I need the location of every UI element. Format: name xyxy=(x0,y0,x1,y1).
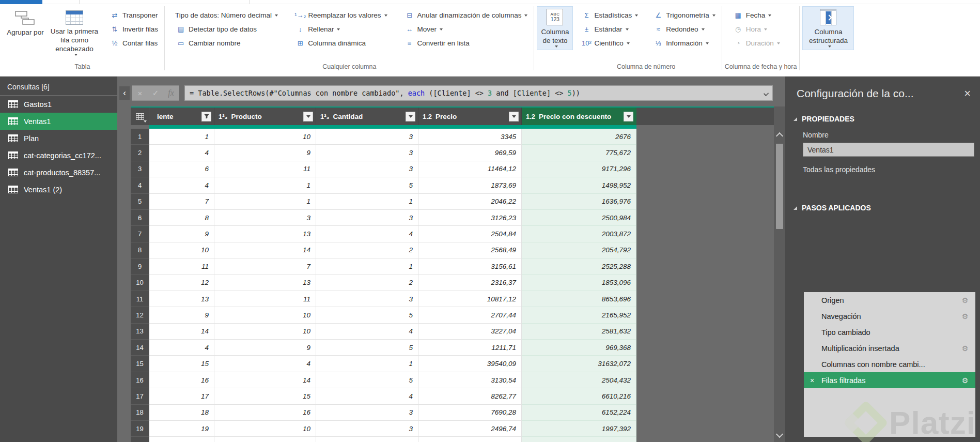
gear-icon[interactable]: ⚙ xyxy=(960,312,970,321)
cell-precio[interactable]: 1211,71 xyxy=(418,340,522,356)
cell-cantidad[interactable]: 2 xyxy=(316,275,418,291)
cell-producto[interactable]: 10 xyxy=(214,324,316,340)
cell-cliente[interactable]: 19 xyxy=(149,421,214,437)
reemplazar-valores-button[interactable]: ¹→₂ Reemplazar los valores xyxy=(291,8,391,22)
cell-producto[interactable]: 3 xyxy=(214,210,316,226)
columna-dinamica-button[interactable]: ⊞ Columna dinámica xyxy=(291,36,391,50)
cell-cliente[interactable]: 9 xyxy=(149,226,214,242)
cell-precio-descuento[interactable]: 2054,792 xyxy=(522,242,636,258)
applied-step-item[interactable]: × Navegación ⚙ xyxy=(804,308,975,324)
cell-precio-descuento[interactable]: 1997,392 xyxy=(522,421,636,437)
cell-cantidad[interactable]: 5 xyxy=(316,177,418,193)
cell-cliente[interactable]: 4 xyxy=(149,145,214,161)
query-list-item[interactable]: Plan xyxy=(0,130,117,147)
column-header[interactable]: 1²₃ Cantidad xyxy=(316,108,418,125)
row-number[interactable]: 19 xyxy=(131,421,149,437)
cell-precio[interactable]: 2046,22 xyxy=(418,194,522,210)
cell-producto[interactable]: 1 xyxy=(214,194,316,210)
cell-precio[interactable]: 3345 xyxy=(418,129,522,145)
cell-producto[interactable]: 11 xyxy=(214,291,316,307)
row-number[interactable]: 16 xyxy=(131,372,149,388)
column-header[interactable]: 1.2 Precio xyxy=(418,108,522,125)
invertir-filas-button[interactable]: ⇅ Invertir filas xyxy=(105,22,162,36)
formula-input[interactable]: = Table.SelectRows(#"Columnas con nombre… xyxy=(184,85,773,101)
cell-cliente[interactable]: 18 xyxy=(149,405,214,421)
cell-precio-descuento[interactable]: 8653,696 xyxy=(522,291,636,307)
cell-producto[interactable]: 10 xyxy=(214,129,316,145)
cell-cantidad[interactable]: 1 xyxy=(316,194,418,210)
cell-cliente[interactable]: 10 xyxy=(149,242,214,258)
cell-precio[interactable]: 2316,37 xyxy=(418,275,522,291)
cell-producto[interactable]: 10 xyxy=(214,421,316,437)
cell-cantidad[interactable]: 4 xyxy=(316,388,418,404)
fecha-button[interactable]: ▦ Fecha xyxy=(729,8,784,22)
informacion-button[interactable]: ⅓ Información xyxy=(649,36,719,50)
cell-precio[interactable]: 969,59 xyxy=(418,145,522,161)
applied-step-item[interactable]: × Origen ⚙ xyxy=(804,292,975,308)
cancel-formula-button[interactable]: × xyxy=(132,86,148,100)
row-number[interactable]: 7 xyxy=(131,226,149,242)
column-header[interactable]: iente xyxy=(149,108,214,125)
applied-steps-section-header[interactable]: PASOS APLICADOS xyxy=(794,204,974,212)
cell-cliente[interactable]: 7 xyxy=(149,194,214,210)
cell-cliente[interactable]: 4 xyxy=(149,177,214,193)
cell-cliente[interactable]: 9 xyxy=(149,307,214,323)
cell-cliente[interactable]: 13 xyxy=(149,291,214,307)
cell-cliente[interactable]: 12 xyxy=(149,275,214,291)
cell-cantidad[interactable]: 3 xyxy=(316,129,418,145)
cell-precio[interactable]: 3227,04 xyxy=(418,324,522,340)
cell-cantidad[interactable]: 5 xyxy=(316,307,418,323)
cell-precio-descuento[interactable]: 2500,984 xyxy=(522,210,636,226)
cell-precio-descuento[interactable]: 2165,952 xyxy=(522,307,636,323)
row-number[interactable]: 8 xyxy=(131,242,149,258)
redondeo-button[interactable]: ≈ Redondeo xyxy=(649,22,719,36)
cell-precio-descuento[interactable]: 2525,288 xyxy=(522,258,636,275)
anular-dinamizacion-button[interactable]: ⊟ Anular dinamización de columnas xyxy=(400,8,532,22)
mover-button[interactable]: ↔ Mover xyxy=(400,22,532,36)
cell-producto[interactable]: 9 xyxy=(214,340,316,356)
cell-precio-descuento[interactable]: 2676 xyxy=(522,129,636,145)
column-header[interactable]: 1²₃ Producto xyxy=(214,108,316,125)
hora-button[interactable]: ◷ Hora xyxy=(729,22,784,36)
row-number[interactable]: 5 xyxy=(131,194,149,210)
all-properties-link[interactable]: Todas las propiedades xyxy=(803,165,974,174)
cell-cantidad[interactable]: 3 xyxy=(316,145,418,161)
cell-cliente[interactable]: 17 xyxy=(149,388,214,404)
row-number[interactable]: 18 xyxy=(131,405,149,421)
gear-icon[interactable]: ⚙ xyxy=(960,376,970,385)
cell-precio-descuento[interactable]: 775,672 xyxy=(522,145,636,161)
cell-precio-descuento[interactable]: 969,368 xyxy=(522,340,636,356)
applied-step-item[interactable]: × Filas filtradas ⚙ xyxy=(804,372,975,388)
column-filter-dropdown-button[interactable] xyxy=(201,112,211,121)
cell-cantidad[interactable]: 4 xyxy=(316,324,418,340)
cell-cantidad[interactable]: 3 xyxy=(316,291,418,307)
column-header[interactable]: 1.2 Precio con descuento xyxy=(522,108,636,125)
cell-producto[interactable]: 11 xyxy=(214,161,316,177)
contar-filas-button[interactable]: ½ Contar filas xyxy=(105,36,162,50)
tipo-de-datos-button[interactable]: Tipo de datos: Número decimal xyxy=(172,8,282,22)
column-filter-dropdown-button[interactable] xyxy=(624,112,633,121)
query-list-item[interactable]: Gastos1 xyxy=(0,96,117,113)
cell-cliente[interactable]: 11 xyxy=(149,258,214,275)
cell-precio[interactable]: 2568,49 xyxy=(418,242,522,258)
cell-producto[interactable]: 15 xyxy=(214,388,316,404)
scrollbar-thumb[interactable] xyxy=(776,144,783,229)
row-number[interactable]: 14 xyxy=(131,340,149,356)
detectar-tipo-button[interactable]: ▤ Detectar tipo de datos xyxy=(172,22,282,36)
cell-cliente[interactable]: 16 xyxy=(149,372,214,388)
scroll-up-icon[interactable] xyxy=(776,132,783,140)
cell-precio[interactable]: 39540,09 xyxy=(418,356,522,372)
applied-step-item[interactable]: × Columnas con nombre cambi... ⚙ xyxy=(804,356,975,372)
applied-step-item[interactable]: × Multiplicación insertada ⚙ xyxy=(804,340,975,356)
cell-precio-descuento[interactable]: 2581,632 xyxy=(522,324,636,340)
cell-producto[interactable]: 1 xyxy=(214,177,316,193)
row-number[interactable]: 10 xyxy=(131,275,149,291)
cell-producto[interactable]: 9 xyxy=(214,145,316,161)
rellenar-button[interactable]: ↓ Rellenar xyxy=(291,22,391,36)
cell-precio-descuento[interactable]: 9171,296 xyxy=(522,161,636,177)
cell-precio[interactable]: 10817,12 xyxy=(418,291,522,307)
cell-producto[interactable]: 10 xyxy=(214,307,316,323)
cell-precio-descuento[interactable]: 31632,072 xyxy=(522,356,636,372)
cell-cantidad[interactable]: 2 xyxy=(316,242,418,258)
cientifico-button[interactable]: 10² Científico xyxy=(577,36,642,50)
